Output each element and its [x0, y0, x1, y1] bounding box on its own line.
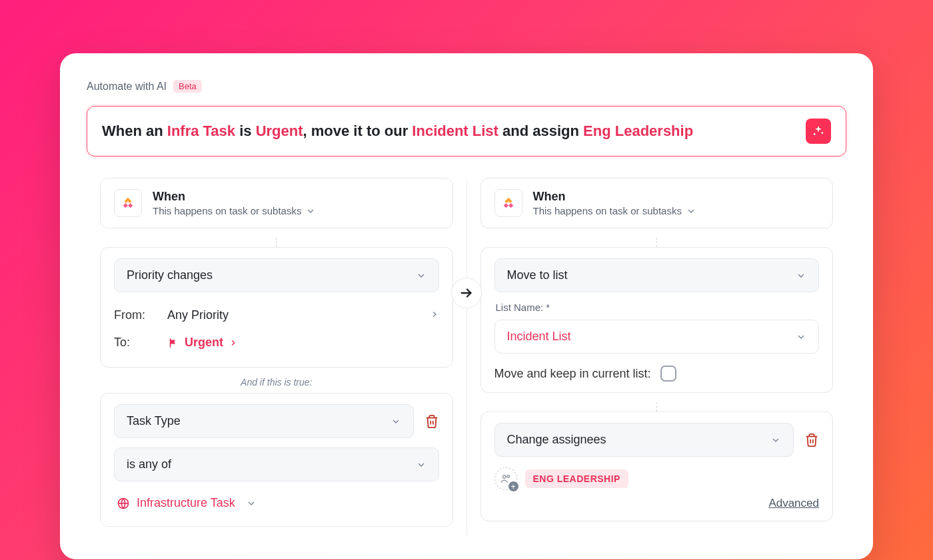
condition-operator-select[interactable]: is any of	[114, 447, 439, 481]
arrow-right-icon	[459, 286, 474, 300]
chevron-down-icon	[416, 270, 427, 281]
advanced-link[interactable]: Advanced	[494, 497, 820, 510]
chevron-down-icon	[416, 459, 427, 470]
when-title: When	[533, 190, 696, 204]
condition-intro: And if this is true:	[100, 377, 453, 388]
automation-builder: Automate with AI Beta When an Infra Task…	[60, 53, 873, 559]
assign-action-select[interactable]: Change assignees	[494, 423, 794, 457]
chevron-right-icon	[229, 338, 238, 348]
builder-columns: When This happens on task or subtasks Pr…	[87, 178, 846, 536]
move-action-card: Move to list List Name: * Incident List …	[480, 247, 834, 393]
assignee-row: ENG LEADERSHIP	[494, 467, 820, 490]
trigger-card: Priority changes From: Any Priority To: …	[100, 247, 453, 368]
chevron-down-icon	[796, 270, 806, 281]
list-name-label: List Name: *	[496, 302, 820, 313]
chevron-down-icon	[305, 206, 316, 216]
app-logo	[494, 189, 522, 217]
generate-button[interactable]	[806, 119, 831, 144]
condition-value[interactable]: Infrastructure Task	[114, 491, 439, 515]
trigger-select[interactable]: Priority changes	[114, 258, 439, 292]
svg-point-4	[506, 475, 509, 477]
flow-arrow	[451, 278, 482, 308]
priority-to-row[interactable]: To: Urgent	[114, 329, 439, 356]
assign-action-card: Change assignees ENG LEADERSHIP Advanced	[480, 412, 834, 521]
chevron-down-icon	[796, 332, 806, 342]
trigger-column: When This happens on task or subtasks Pr…	[87, 178, 467, 536]
beta-badge: Beta	[173, 80, 202, 93]
clickup-icon	[121, 196, 135, 210]
condition-card: Task Type is any of Infrastructure Task	[100, 393, 453, 527]
when-subtitle: This happens on task or subtasks	[153, 205, 316, 216]
when-title: When	[153, 190, 316, 204]
chevron-down-icon	[246, 498, 257, 509]
when-subtitle: This happens on task or subtasks	[533, 205, 696, 216]
header-title: Automate with AI	[87, 81, 167, 93]
ai-prompt-input[interactable]: When an Infra Task is Urgent, move it to…	[87, 106, 846, 156]
priority-from-row[interactable]: From: Any Priority	[114, 302, 439, 329]
chevron-right-icon	[430, 308, 439, 322]
list-name-input[interactable]: Incident List	[494, 320, 820, 354]
trash-icon[interactable]	[804, 433, 819, 447]
svg-point-3	[502, 475, 506, 479]
globe-icon	[117, 497, 130, 510]
keep-in-list-row: Move and keep in current list:	[494, 366, 820, 382]
when-card[interactable]: When This happens on task or subtasks	[100, 178, 453, 228]
chevron-down-icon	[770, 435, 781, 445]
header: Automate with AI Beta	[87, 80, 846, 93]
app-logo	[114, 189, 142, 217]
condition-field-select[interactable]: Task Type	[114, 404, 414, 438]
trash-icon[interactable]	[425, 414, 439, 429]
add-assignee-button[interactable]	[494, 467, 517, 490]
sparkle-icon	[812, 125, 825, 138]
assignee-chip[interactable]: ENG LEADERSHIP	[525, 469, 628, 488]
keep-in-list-checkbox[interactable]	[660, 366, 676, 382]
move-action-select[interactable]: Move to list	[494, 258, 820, 292]
clickup-icon	[501, 196, 516, 210]
flag-icon	[167, 337, 179, 349]
when-card-right[interactable]: When This happens on task or subtasks	[480, 178, 834, 228]
people-icon	[500, 473, 512, 485]
chevron-down-icon	[391, 416, 401, 427]
chevron-down-icon	[686, 206, 696, 216]
prompt-text: When an Infra Task is Urgent, move it to…	[102, 121, 693, 142]
action-column: When This happens on task or subtasks Mo…	[467, 178, 847, 536]
